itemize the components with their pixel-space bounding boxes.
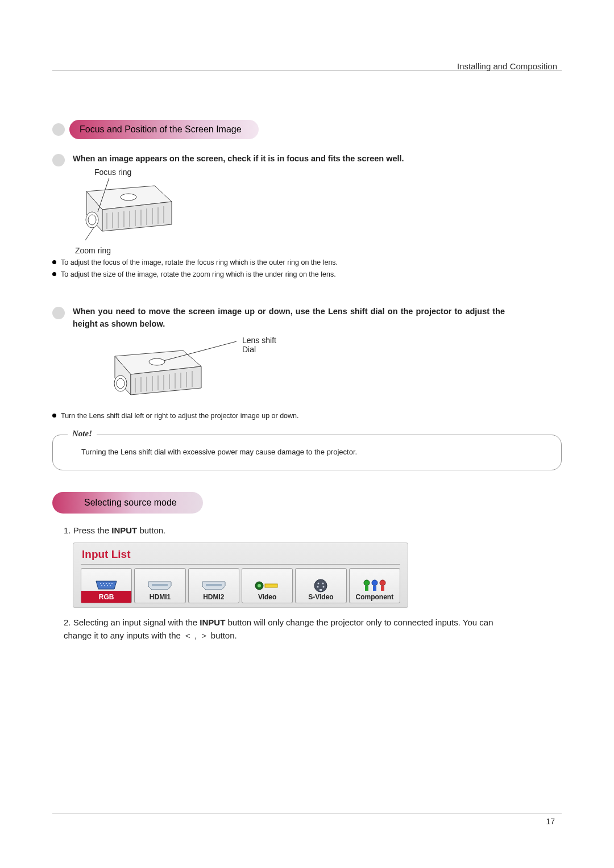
input-list-panel: Input List RGB [73,542,408,608]
svg-point-39 [103,583,104,584]
input-label-video: Video [242,591,292,603]
note-box: Note! Turning the Lens shift dial with e… [52,435,562,470]
pill-focus-title: Focus and Position of the Screen Image [69,120,259,139]
chev-sep: , [192,631,200,640]
bullet-dot-icon [52,414,56,418]
svg-point-35 [117,378,125,389]
svg-point-52 [258,584,261,587]
caption-zoom-ring: Zoom ring [75,246,111,255]
chevron-left-icon: ＜ [183,630,192,641]
svg-line-18 [85,227,94,240]
bottom-rule [52,813,562,813]
step1-pre: 1. Press the [64,525,111,535]
step2-c: button. [209,631,237,640]
input-list-title: Input List [82,548,130,560]
section-heading-focus: Focus and Position of the Screen Image [52,120,562,139]
svg-point-22 [149,358,165,365]
svg-marker-37 [96,581,117,589]
step1-bold: INPUT [111,525,137,535]
caption-focus-ring: Focus ring [94,168,131,177]
svg-point-61 [372,580,377,586]
svg-rect-65 [381,586,384,591]
svg-point-44 [104,585,105,586]
svg-point-56 [322,582,324,584]
bullet-dot-icon [52,260,56,264]
section-header: Installing and Composition [457,61,557,71]
input-label-rgb: RGB [81,591,131,603]
svg-point-46 [110,585,111,586]
figure-projector-focus: Focus ring [69,170,217,254]
svg-rect-48 [152,584,168,586]
step-2: 2. Selecting an input signal with the IN… [64,616,513,643]
step-1: 1. Press the INPUT button. [64,524,562,537]
projector-top-illustration [69,170,183,244]
svg-rect-63 [365,586,368,591]
svg-point-62 [380,580,385,586]
pill-leading-dot [52,123,65,136]
focus-bullets: To adjust the focus of the image, rotate… [52,257,562,281]
bullet-focus-2: To adjust the size of the image, rotate … [61,269,336,280]
lead-focus-text: When an image appears on the screen, che… [73,153,404,165]
input-label-component: Component [350,591,400,603]
bullet-focus-1: To adjust the focus of the image, rotate… [61,257,338,268]
svg-point-40 [106,583,107,584]
svg-rect-53 [265,584,277,587]
input-label-hdmi1: HDMI1 [135,591,185,603]
svg-point-45 [107,585,108,586]
svg-point-16 [88,215,96,225]
svg-rect-50 [206,584,222,586]
figure-projector-shift: Lens shift Dial [98,333,291,407]
svg-point-41 [109,583,110,584]
input-label-svideo: S-Video [296,591,346,603]
svg-point-43 [101,585,102,586]
lead-dot-icon [52,307,65,319]
shift-bullets: Turn the Lens shift dial left or right t… [52,411,562,422]
svg-point-60 [364,580,370,586]
manual-page: Installing and Composition Focus and Pos… [0,0,614,868]
note-label: Note! [68,429,97,439]
lead-shift-row: When you need to move the screen image u… [52,306,562,331]
caption-lens-shift: Lens shift Dial [242,336,291,354]
lead-shift-text: When you need to move the screen image u… [73,306,505,331]
note-text: Turning the Lens shift dial with excessi… [81,448,546,456]
input-cell-rgb[interactable]: RGB [81,568,132,603]
chevron-right-icon: ＞ [200,630,209,641]
input-cell-hdmi1[interactable]: HDMI1 [134,568,185,603]
page-number: 17 [546,817,555,826]
input-cell-component[interactable]: Component [349,568,400,603]
svg-point-57 [317,586,319,587]
svg-rect-64 [373,586,376,591]
input-cell-hdmi2[interactable]: HDMI2 [188,568,239,603]
svg-point-42 [111,583,113,584]
input-cell-svideo[interactable]: S-Video [295,568,346,603]
projector-shift-illustration [98,333,246,404]
section-heading-source: Selecting source mode [52,492,203,514]
input-cell-video[interactable]: Video [242,568,293,603]
input-list-row: RGB HDMI1 [73,565,408,608]
svg-point-55 [318,582,320,584]
svg-point-3 [121,194,136,201]
step1-post: button. [137,525,165,535]
lead-dot-icon [52,154,65,166]
page-content: Focus and Position of the Screen Image W… [52,71,562,643]
bullet-dot-icon [52,272,56,276]
bullet-shift: Turn the Lens shift dial left or right t… [61,411,299,422]
input-label-hdmi2: HDMI2 [189,591,239,603]
step2-a: 2. Selecting an input signal with the [64,617,200,627]
lead-focus-row: When an image appears on the screen, che… [52,153,562,166]
svg-point-38 [100,583,101,584]
input-list-header: Input List [73,542,408,563]
step2-bold: INPUT [200,617,225,627]
svg-point-58 [323,586,325,587]
